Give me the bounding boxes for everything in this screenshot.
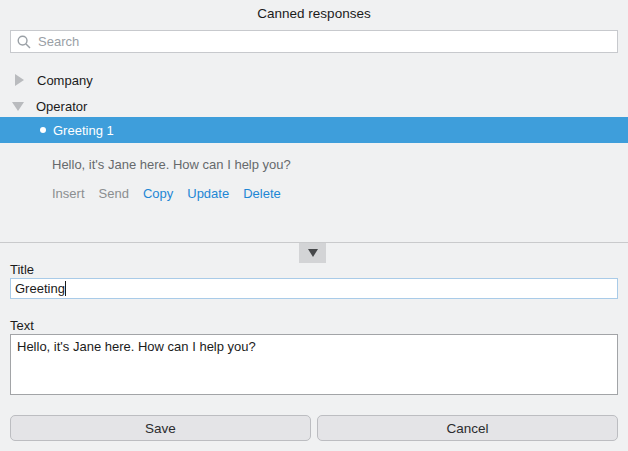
search-icon — [17, 35, 31, 49]
text-field-label: Text — [10, 318, 34, 333]
tree-group-label: Operator — [36, 99, 87, 114]
page-title: Canned responses — [0, 6, 628, 21]
triangle-down-icon — [308, 249, 318, 257]
title-field-label: Title — [10, 262, 34, 277]
tree-group-label: Company — [37, 73, 93, 88]
canned-response-preview: Hello, it's Jane here. How can I help yo… — [52, 157, 291, 172]
insert-button[interactable]: Insert — [52, 186, 85, 201]
send-button[interactable]: Send — [99, 186, 129, 201]
delete-button[interactable]: Delete — [243, 186, 281, 201]
text-cursor — [65, 281, 66, 296]
update-button[interactable]: Update — [187, 186, 229, 201]
search-input[interactable] — [38, 34, 611, 49]
save-button[interactable]: Save — [10, 415, 311, 441]
action-links-row: Insert Send Copy Update Delete — [52, 186, 281, 201]
tree-group-operator[interactable]: Operator — [0, 94, 628, 118]
copy-button[interactable]: Copy — [143, 186, 173, 201]
tree-item-greeting-selected[interactable]: Greeting 1 — [0, 117, 628, 143]
tree-item-label: Greeting 1 — [53, 123, 114, 138]
tree-group-company[interactable]: Company — [0, 68, 628, 92]
bullet-icon — [40, 127, 46, 133]
chevron-right-icon[interactable] — [15, 74, 24, 86]
chevron-down-icon[interactable] — [12, 102, 24, 111]
search-box[interactable] — [10, 30, 618, 53]
cancel-button[interactable]: Cancel — [317, 415, 618, 441]
text-textarea[interactable]: Hello, it's Jane here. How can I help yo… — [10, 334, 618, 395]
collapse-editor-button[interactable] — [299, 243, 326, 263]
title-input[interactable] — [10, 278, 618, 299]
